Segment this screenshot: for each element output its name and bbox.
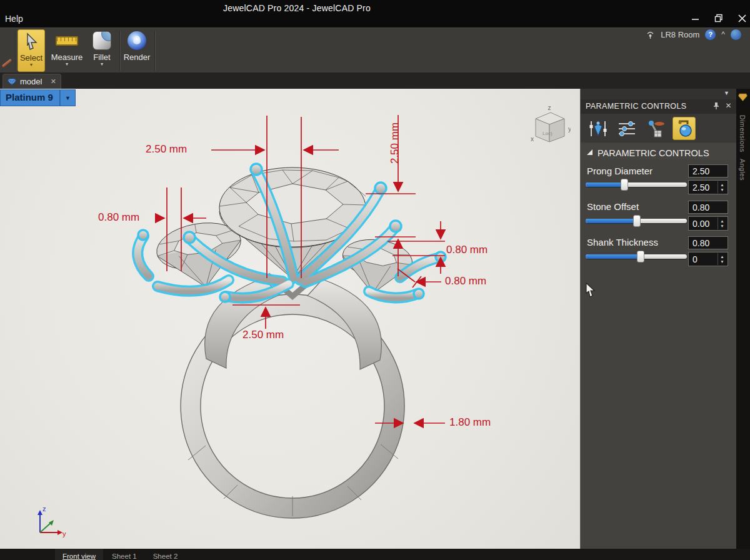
menu-help[interactable]: Help [1, 12, 27, 25]
chevron-down-icon[interactable]: ▼ [724, 91, 729, 96]
shank-thickness-value[interactable]: 0.80 [688, 236, 728, 249]
minimize-button[interactable] [691, 14, 699, 22]
spinner-up-icon[interactable]: ▲ [720, 182, 724, 188]
fillet-label: Fillet [93, 53, 110, 62]
spinner-up-icon[interactable]: ▲ [720, 254, 724, 259]
material-value: Platinum 9 [0, 89, 60, 106]
ruler-icon [56, 29, 78, 52]
panel-toolbar [581, 114, 737, 142]
measure-label: Measure [51, 53, 83, 62]
stone-offset-spinner[interactable]: 0.00 ▲▼ [688, 216, 728, 231]
window-title: JewelCAD Pro 2024 - JewelCAD Pro [0, 3, 594, 13]
dimension-label-right-upper: 0.80 mm [446, 244, 488, 256]
close-button[interactable] [738, 14, 746, 22]
bottom-tab-front-view[interactable]: Front view [55, 549, 103, 560]
chevron-down-icon: ▾ [30, 62, 32, 67]
slider-thumb[interactable] [633, 215, 641, 227]
dimension-label-collet: 2.50 mm [242, 329, 284, 341]
render-label: Render [124, 53, 151, 62]
spinner-down-icon[interactable]: ▼ [720, 224, 724, 229]
fillet-button[interactable]: Fillet ▾ [88, 29, 116, 72]
prong-diameter-label: Prong Diameter [587, 166, 652, 176]
document-tab-model[interactable]: model ✕ [2, 74, 61, 89]
stone-offset-value[interactable]: 0.80 [688, 201, 728, 214]
parametric-controls-panel: ▼ PARAMETRIC CONTROLS ✕ [580, 89, 736, 549]
measure-tool[interactable] [644, 117, 667, 140]
dimension-label-stone-height: 2.50 mm [389, 115, 401, 171]
tab-label: model [20, 77, 42, 86]
ribbon-toolbar: it ▾ Select ▾ Measure ▾ Fillet ▾ Render [0, 28, 750, 72]
gem-badge-icon [738, 93, 748, 102]
edge-tab-strip: Dimensions Angles [736, 89, 750, 549]
account-icon[interactable] [731, 29, 741, 40]
session-label: LR8 Room [661, 30, 699, 39]
prong-diameter-spinner[interactable]: 2.50 ▲▼ [688, 180, 728, 194]
dimension-label-right-lower: 0.80 mm [445, 275, 486, 288]
edge-tab-dimensions[interactable]: Dimensions [739, 115, 746, 152]
slider-thumb[interactable] [621, 179, 628, 191]
gem-icon [8, 78, 16, 86]
spinner-up-icon[interactable]: ▲ [720, 219, 724, 224]
section-header[interactable]: PARAMETRIC CONTROLS [581, 144, 737, 159]
edge-tab-angles[interactable]: Angles [739, 159, 746, 181]
measure-button[interactable]: Measure ▾ [49, 29, 84, 72]
ring-model [0, 89, 580, 549]
select-button[interactable]: Select ▾ [18, 29, 45, 72]
prong-diameter-slider[interactable] [586, 182, 687, 187]
bottom-tab-sheet2[interactable]: Sheet 2 [146, 549, 186, 560]
document-tab-bar: model ✕ [0, 72, 750, 89]
bottom-tab-sheet1[interactable]: Sheet 1 [104, 549, 144, 560]
render-button[interactable]: Render [122, 29, 152, 72]
shank-thickness-label: Shank Thickness [587, 237, 658, 248]
material-dropdown[interactable]: Platinum 9 ▼ [0, 89, 76, 106]
chevron-down-icon: ▾ [101, 62, 103, 66]
dimension-label-shank: 1.80 mm [449, 416, 491, 429]
view-cube[interactable]: z y x Loc) [527, 102, 571, 154]
tab-close-icon[interactable]: ✕ [51, 78, 56, 86]
panel-close-icon[interactable]: ✕ [726, 101, 732, 110]
title-bar: JewelCAD Pro 2024 - JewelCAD Pro Help [0, 0, 750, 28]
fillet-icon [92, 29, 111, 52]
chevron-down-icon: ▾ [66, 62, 68, 66]
chevron-up-icon[interactable]: ^ [721, 30, 725, 39]
restore-button[interactable] [714, 14, 723, 22]
session-row: LR8 Room ? ^ [646, 28, 741, 41]
viewcube-x-label: x [531, 136, 534, 142]
viewcube-face-label: Loc) [542, 131, 552, 136]
mouse-cursor [585, 282, 596, 300]
axis-triad: z y [31, 504, 68, 544]
select-label: Select [20, 54, 42, 62]
section-title: PARAMETRIC CONTROLS [598, 148, 709, 158]
application-window: JewelCAD Pro 2024 - JewelCAD Pro Help it… [0, 0, 750, 560]
viewcube-z-label: z [548, 104, 551, 111]
spinner-down-icon[interactable]: ▼ [720, 188, 724, 192]
parametric-tool-active[interactable] [672, 117, 696, 140]
render-gem-icon [128, 29, 146, 52]
prong-diameter-value[interactable]: 2.50 [688, 164, 728, 178]
panel-mini-row: ▼ [581, 89, 737, 99]
sheet-tab-bar: Front view Sheet 1 Sheet 2 [0, 549, 750, 560]
slider-thumb[interactable] [637, 251, 644, 262]
gem-sliders-tool[interactable] [586, 117, 609, 140]
section-collapse-icon [587, 149, 592, 155]
triad-y-label: y [62, 530, 66, 538]
triad-z-label: z [42, 505, 46, 512]
sliders-tool[interactable] [615, 117, 638, 140]
broadcast-icon [646, 29, 655, 39]
shank-thickness-spinner[interactable]: 0 ▲▼ [688, 252, 728, 266]
dimension-label-top-width: 2.50 mm [146, 143, 187, 156]
stone-offset-slider[interactable] [586, 219, 687, 223]
viewport[interactable]: 2.50 mm 2.50 mm 0.80 mm 0.80 mm 0.80 mm … [0, 89, 580, 549]
stone-offset-label: Stone Offset [587, 201, 639, 212]
chevron-down-icon[interactable]: ▼ [60, 89, 76, 106]
toolbar-separator [119, 31, 120, 71]
toolbar-separator [154, 31, 155, 71]
spinner-down-icon[interactable]: ▼ [720, 259, 724, 264]
brush-icon [2, 59, 12, 68]
shank-thickness-slider[interactable] [586, 254, 687, 259]
toolbar-separator [15, 31, 16, 71]
pin-icon[interactable] [713, 102, 719, 110]
help-badge-icon[interactable]: ? [705, 29, 716, 40]
panel-title: PARAMETRIC CONTROLS [586, 102, 687, 111]
viewcube-y-label: y [568, 126, 571, 132]
